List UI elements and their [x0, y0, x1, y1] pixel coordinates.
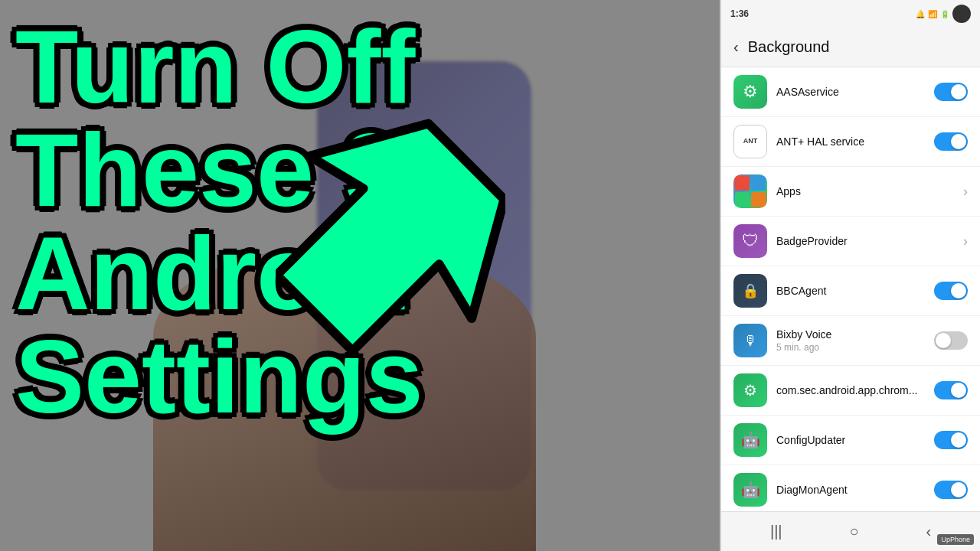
toggle-bixby[interactable] [934, 331, 968, 350]
app-name: BadgeProvider [776, 235, 954, 247]
app-info: Apps [776, 185, 954, 197]
app-name: BBCAgent [776, 285, 925, 297]
app-subtitle: 5 min. ago [776, 342, 925, 353]
app-name: Apps [776, 185, 954, 197]
status-bar: 1:36 🔔 📶 🔋 [721, 0, 980, 28]
app-icon-ant: ANT [733, 125, 767, 158]
chevron-right-icon: › [963, 233, 968, 249]
app-name: Bixby Voice [776, 328, 925, 341]
list-item: 🤖 DiagMonAgent [721, 465, 980, 515]
phone-screen: 1:36 🔔 📶 🔋 ‹ Background ⚙ AASAservice AN… [720, 0, 980, 551]
toggle-config[interactable] [934, 431, 968, 449]
list-item: 🎙 Bixby Voice 5 min. ago [721, 316, 980, 366]
app-name: ConfigUpdater [776, 434, 925, 446]
app-icon-chrome: ⚙ [733, 373, 767, 407]
list-item: Apps › [721, 167, 980, 217]
arrow-icon [276, 115, 505, 360]
back-nav-button[interactable]: ‹ [926, 523, 931, 540]
chevron-right-icon: › [963, 184, 968, 200]
toggle-bbc[interactable] [934, 282, 968, 300]
toggle-ant[interactable] [934, 132, 968, 151]
apps-grid-cell-red [735, 176, 750, 191]
wifi-icon: 📶 [928, 10, 937, 18]
recent-apps-button[interactable]: ||| [770, 523, 782, 540]
app-icon-apps [733, 174, 767, 208]
apps-grid-cell-blue [751, 176, 766, 191]
nav-header: ‹ Background [721, 28, 980, 67]
notification-icon: 🔔 [916, 10, 925, 18]
battery-icon: 🔋 [940, 10, 949, 18]
app-name: com.sec.android.app.chrom... [776, 384, 925, 396]
app-info: ANT+ HAL service [776, 135, 925, 148]
app-icon-diag: 🤖 [733, 473, 767, 507]
app-info: ConfigUpdater [776, 434, 925, 446]
app-list: ⚙ AASAservice ANT ANT+ HAL service [721, 67, 980, 551]
app-info: Bixby Voice 5 min. ago [776, 328, 925, 353]
app-info: com.sec.android.app.chrom... [776, 384, 925, 396]
app-info: DiagMonAgent [776, 484, 925, 496]
app-icon-bixby: 🎙 [733, 324, 767, 357]
app-info: BadgeProvider [776, 235, 954, 247]
list-item: ⚙ AASAservice [721, 67, 980, 117]
app-info: AASAservice [776, 86, 925, 98]
watermark: UpPhone [937, 534, 974, 545]
title-line1: Turn Off [15, 15, 590, 119]
app-icon-aasaservice: ⚙ [733, 75, 767, 109]
app-name: DiagMonAgent [776, 484, 925, 496]
list-item: ANT ANT+ HAL service [721, 117, 980, 167]
avatar [952, 5, 971, 23]
toggle-chrome[interactable] [934, 381, 968, 399]
app-icon-badge: 🛡 [733, 224, 767, 258]
app-icon-config: 🤖 [733, 423, 767, 457]
page-title: Background [748, 38, 830, 56]
svg-marker-0 [276, 115, 505, 360]
status-icons: 🔔 📶 🔋 [916, 5, 971, 23]
toggle-aasaservice[interactable] [934, 83, 968, 101]
back-button[interactable]: ‹ [733, 38, 739, 56]
toggle-diag[interactable] [934, 481, 968, 499]
app-info: BBCAgent [776, 285, 925, 297]
thumbnail-area: Turn Off These 9 Android Settings [0, 0, 720, 551]
status-time: 1:36 [730, 8, 749, 19]
apps-grid-cell-orange [751, 192, 766, 207]
list-item: 🔒 BBCAgent [721, 266, 980, 316]
apps-grid-cell-green [735, 192, 750, 207]
app-icon-bbc: 🔒 [733, 274, 767, 308]
app-name: ANT+ HAL service [776, 135, 925, 148]
home-button[interactable]: ○ [849, 523, 858, 540]
app-name: AASAservice [776, 86, 925, 98]
bottom-nav: ||| ○ ‹ [721, 511, 980, 551]
list-item: 🤖 ConfigUpdater [721, 416, 980, 465]
list-item: ⚙ com.sec.android.app.chrom... [721, 366, 980, 416]
list-item: 🛡 BadgeProvider › [721, 217, 980, 266]
